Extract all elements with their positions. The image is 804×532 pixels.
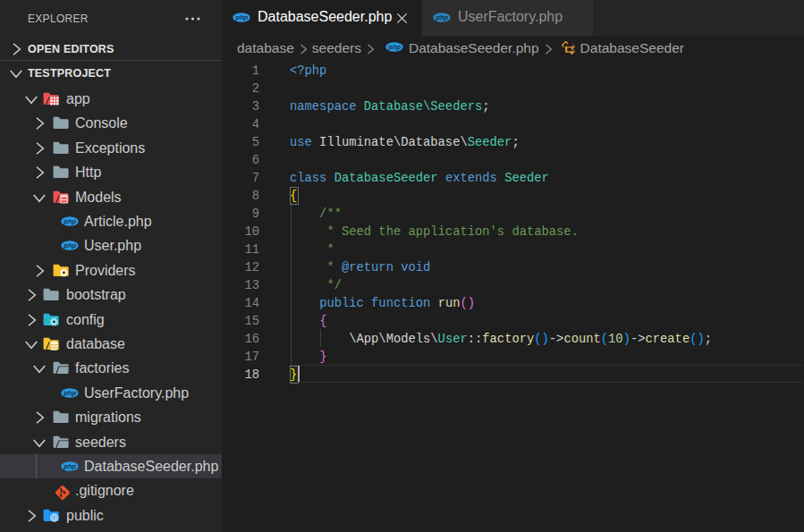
svg-text:php: php bbox=[234, 13, 248, 21]
svg-text:php: php bbox=[387, 43, 401, 51]
svg-text:php: php bbox=[63, 462, 76, 470]
svg-text:php: php bbox=[435, 13, 448, 21]
svg-text:php: php bbox=[63, 217, 76, 225]
svg-text:php: php bbox=[63, 241, 76, 249]
svg-text:php: php bbox=[63, 389, 76, 397]
